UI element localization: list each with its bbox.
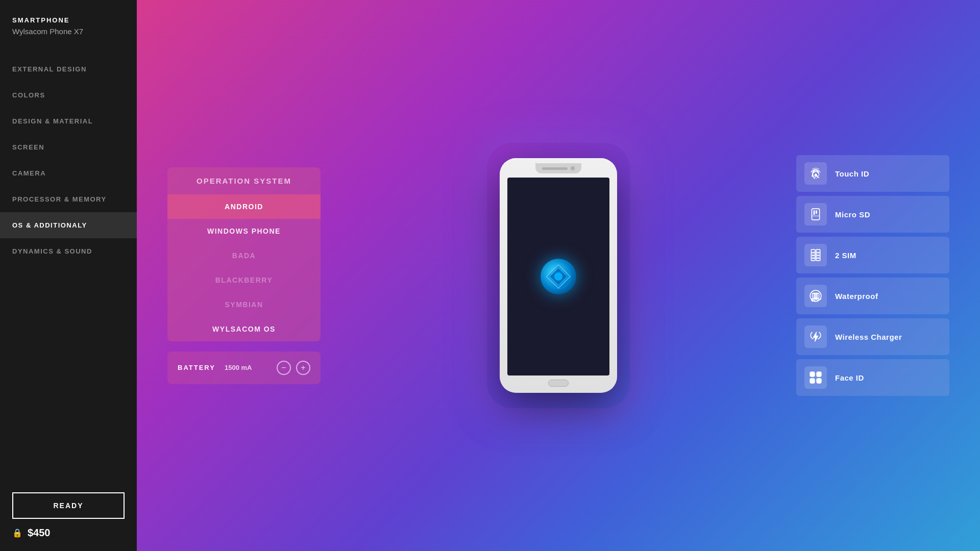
waterproof-icon xyxy=(804,285,827,307)
phone-container xyxy=(500,158,617,393)
feature-label-wireless-charger: Wireless Charger xyxy=(835,333,902,341)
svg-rect-11 xyxy=(817,252,819,254)
feature-label-touch-id: Touch ID xyxy=(835,169,869,178)
svg-rect-9 xyxy=(812,257,814,259)
svg-rect-15 xyxy=(810,372,815,377)
price-text: $450 xyxy=(28,527,51,539)
svg-point-1 xyxy=(554,272,562,281)
sidebar-item-processor-memory[interactable]: PROCESSOR & MEMORY xyxy=(0,186,137,212)
os-panel: OPERATION SYSTEM ANDROIDWINDOWS PHONEBAD… xyxy=(167,167,321,341)
phone-home-button[interactable] xyxy=(548,380,569,387)
battery-value: 1500 mA xyxy=(225,364,252,371)
app-label: SMARTPHONE xyxy=(12,16,125,24)
feature-item-wireless-charger[interactable]: Wireless Charger xyxy=(796,318,949,355)
svg-rect-2 xyxy=(812,209,819,220)
price-icon: 🔒 xyxy=(12,528,22,538)
battery-minus-button[interactable]: − xyxy=(277,361,291,375)
center-panel xyxy=(321,158,796,393)
feature-label-face-id: Face ID xyxy=(835,373,864,382)
os-option-bada[interactable]: BADA xyxy=(167,243,321,268)
sidebar-item-os-additionaly[interactable]: OS & ADDITIONALY xyxy=(0,212,137,238)
battery-controls: − + xyxy=(277,361,310,375)
phone-speaker xyxy=(542,167,568,170)
feature-item-2-sim[interactable]: 2 SIM xyxy=(796,237,949,273)
os-panel-header: OPERATION SYSTEM xyxy=(167,167,321,194)
sidebar-item-colors[interactable]: COLORS xyxy=(0,82,137,108)
feature-item-touch-id[interactable]: Touch ID xyxy=(796,155,949,192)
sidebar-header: SMARTPHONE Wylsacom Phone X7 xyxy=(0,0,137,56)
phone-name: Wylsacom Phone X7 xyxy=(12,27,125,36)
feature-label-2-sim: 2 SIM xyxy=(835,251,856,260)
sidebar-item-screen[interactable]: SCREEN xyxy=(0,134,137,160)
svg-rect-4 xyxy=(816,210,817,214)
face-id-icon xyxy=(804,366,827,389)
svg-rect-12 xyxy=(817,255,819,256)
battery-panel: BATTERY 1500 mA − + xyxy=(167,352,321,384)
phone-logo-inner xyxy=(546,264,571,289)
ready-button[interactable]: READY xyxy=(12,492,125,519)
phone-body xyxy=(500,158,617,393)
sidebar-item-external-design[interactable]: EXTERNAL DESIGN xyxy=(0,56,137,82)
micro-sd-icon xyxy=(804,203,827,226)
svg-rect-3 xyxy=(814,210,815,215)
svg-rect-16 xyxy=(817,372,821,377)
sidebar-footer: READY 🔒 $450 xyxy=(0,480,137,551)
svg-rect-7 xyxy=(812,252,814,254)
left-panel: OPERATION SYSTEM ANDROIDWINDOWS PHONEBAD… xyxy=(167,167,321,384)
phone-logo-svg xyxy=(546,264,571,289)
feature-item-waterproof[interactable]: Waterproof xyxy=(796,278,949,314)
phone-screen xyxy=(507,178,609,375)
phone-camera-dot xyxy=(571,166,575,170)
sidebar-item-dynamics-sound[interactable]: DYNAMICS & SOUND xyxy=(0,238,137,264)
svg-rect-13 xyxy=(817,257,819,259)
sidebar-item-design-material[interactable]: DESIGN & MATERIAL xyxy=(0,108,137,134)
feature-item-micro-sd[interactable]: Micro SD xyxy=(796,196,949,233)
wireless-charger-icon xyxy=(804,325,827,348)
right-panel: Touch IDMicro SD2 SIMWaterproofWireless … xyxy=(796,155,949,396)
battery-label: BATTERY xyxy=(178,364,215,371)
sidebar: SMARTPHONE Wylsacom Phone X7 EXTERNAL DE… xyxy=(0,0,137,551)
sim-icon xyxy=(804,244,827,266)
svg-rect-8 xyxy=(812,255,814,256)
phone-screen-logo xyxy=(541,259,576,294)
os-option-windows-phone[interactable]: WINDOWS PHONE xyxy=(167,219,321,243)
fingerprint-icon xyxy=(804,162,827,185)
os-option-android[interactable]: ANDROID xyxy=(167,194,321,219)
svg-rect-18 xyxy=(817,379,821,383)
svg-rect-5 xyxy=(812,215,819,216)
os-option-wylsacom-os[interactable]: Wylsacom OS xyxy=(167,317,321,341)
feature-item-face-id[interactable]: Face ID xyxy=(796,359,949,396)
battery-plus-button[interactable]: + xyxy=(296,361,310,375)
price-row: 🔒 $450 xyxy=(12,527,125,539)
phone-top-bar xyxy=(535,163,581,173)
os-option-symbian[interactable]: SYMBIAN xyxy=(167,292,321,317)
main-content: OPERATION SYSTEM ANDROIDWINDOWS PHONEBAD… xyxy=(137,0,980,551)
feature-label-waterproof: Waterproof xyxy=(835,292,878,300)
os-option-blackberry[interactable]: BLACKBERRY xyxy=(167,268,321,292)
feature-label-micro-sd: Micro SD xyxy=(835,210,870,219)
sidebar-item-camera[interactable]: CAMERA xyxy=(0,160,137,186)
svg-rect-17 xyxy=(810,379,815,383)
sidebar-nav: EXTERNAL DESIGNCOLORSDESIGN & MATERIALSC… xyxy=(0,56,137,480)
